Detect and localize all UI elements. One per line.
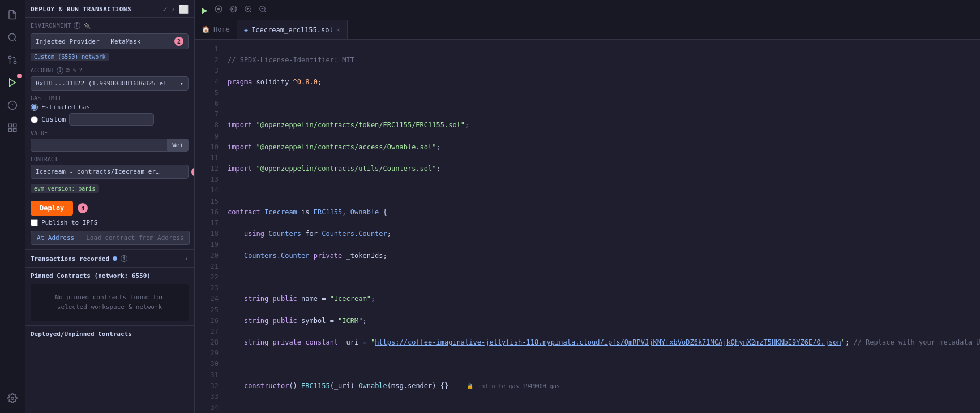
environment-badge: 2 xyxy=(174,37,183,46)
transactions-chevron-icon: › xyxy=(185,255,189,263)
expand-icon[interactable]: ⬜ xyxy=(179,5,189,14)
gas-label: GAS LIMIT xyxy=(31,95,189,101)
svg-point-2 xyxy=(14,61,16,64)
left-panel: DEPLOY & RUN TRANSACTIONS ✓ › ⬜ ENVIRONM… xyxy=(25,0,195,413)
file-icon: ◈ xyxy=(244,26,248,34)
line-numbers: 12345 678910 1112131415 1617181920 21222… xyxy=(195,40,223,413)
contract-label: CONTRACT xyxy=(31,156,189,162)
contract-dropdown[interactable]: Icecream - contracts/Icecream_erc115... … xyxy=(31,165,189,179)
environment-value: Injected Provider - MetaMask xyxy=(36,38,140,45)
pinned-contracts-title: Pinned Contracts (network: 6550) xyxy=(31,272,189,279)
home-tab-label: Home xyxy=(213,25,230,33)
publish-ipfs-checkbox[interactable] xyxy=(31,219,38,226)
environment-dropdown[interactable]: Injected Provider - MetaMask 2 xyxy=(31,33,189,49)
evm-badge: evm version: paris xyxy=(31,184,99,193)
network-badge: Custom (6550) network xyxy=(25,51,194,64)
question-icon[interactable]: ? xyxy=(79,67,83,74)
edit-icon[interactable]: ✎ xyxy=(72,67,76,74)
chevron-down-icon: ▾ xyxy=(179,80,183,87)
contract-section: CONTRACT Icecream - contracts/Icecream_e… xyxy=(25,154,194,183)
account-dropdown[interactable]: 0xEBF...31B22 (1.999803881686825 el ▾ xyxy=(31,76,189,91)
activity-debug[interactable] xyxy=(2,95,23,115)
evm-badge-container: evm version: paris xyxy=(25,183,194,201)
account-label: ACCOUNT i ⧉ ✎ ? xyxy=(31,67,189,74)
value-unit[interactable]: Wei xyxy=(168,139,189,152)
panel-title: DEPLOY & RUN TRANSACTIONS xyxy=(31,6,131,13)
activity-bar xyxy=(0,0,25,413)
contract-value: Icecream - contracts/Icecream_erc115... xyxy=(36,168,160,175)
account-section: ACCOUNT i ⧉ ✎ ? 0xEBF...31B22 (1.9998038… xyxy=(25,64,194,93)
top-toolbar: ▶ xyxy=(195,0,980,20)
transaction-dot xyxy=(113,256,117,261)
arrow-right-icon[interactable]: › xyxy=(171,5,176,14)
activity-deploy[interactable] xyxy=(2,72,23,93)
svg-line-17 xyxy=(250,11,251,12)
home-icon: 🏠 xyxy=(202,25,210,33)
tab-file[interactable]: ◈ Icecream_erc1155.sol ✕ xyxy=(237,20,348,39)
at-address-row: At Address Load contract from Address xyxy=(25,231,194,245)
svg-point-13 xyxy=(217,8,220,10)
network-plug-icon: 🔌 xyxy=(84,23,91,29)
activity-search[interactable] xyxy=(2,27,23,48)
camera-button[interactable] xyxy=(227,3,239,17)
account-info-icon[interactable]: i xyxy=(57,67,63,74)
tab-home[interactable]: 🏠 Home xyxy=(195,20,237,39)
copy-icon[interactable]: ⧉ xyxy=(66,67,70,74)
svg-marker-5 xyxy=(10,79,16,87)
load-contract-button[interactable]: Load contract from Address xyxy=(80,231,190,245)
code-editor: 12345 678910 1112131415 1617181920 21222… xyxy=(195,40,980,413)
activity-settings[interactable] xyxy=(2,388,23,408)
deployed-title: Deployed/Unpinned Contracts xyxy=(31,330,189,338)
activity-source-control[interactable] xyxy=(2,50,23,70)
code-content[interactable]: // SPDX-License-Identifier: MIT pragma s… xyxy=(223,40,980,413)
deploy-row: Deploy 4 xyxy=(25,201,194,216)
svg-point-0 xyxy=(8,33,15,40)
svg-point-3 xyxy=(8,56,11,59)
custom-gas-row: Custom 3000000 xyxy=(31,113,189,126)
custom-gas-input[interactable]: 3000000 xyxy=(69,113,154,126)
svg-rect-9 xyxy=(14,124,16,127)
environment-info-icon[interactable]: i xyxy=(74,22,80,29)
pinned-contracts-section: Pinned Contracts (network: 6550) No pinn… xyxy=(25,267,194,325)
value-input[interactable]: 0 xyxy=(31,139,168,152)
estimated-gas-row: Estimated Gas xyxy=(31,104,189,111)
deploy-badge: 4 xyxy=(78,203,88,213)
transactions-section: Transactions recorded i › xyxy=(25,249,194,267)
zoom-out-button[interactable] xyxy=(256,3,269,17)
file-tab-label: Icecream_erc1155.sol xyxy=(251,26,333,34)
tab-close-icon[interactable]: ✕ xyxy=(337,27,340,33)
custom-gas-radio[interactable] xyxy=(31,116,38,123)
account-icons: ⧉ ✎ ? xyxy=(66,67,82,74)
svg-rect-10 xyxy=(14,129,16,132)
value-label: VALUE xyxy=(31,130,189,136)
debug-button[interactable] xyxy=(212,3,225,17)
checkmark-icon[interactable]: ✓ xyxy=(162,5,167,14)
transactions-info-icon[interactable]: i xyxy=(121,255,127,262)
transactions-header[interactable]: Transactions recorded i › xyxy=(31,255,189,263)
publish-ipfs-label: Publish to IPFS xyxy=(41,219,97,226)
tabs-bar: 🏠 Home ◈ Icecream_erc1155.sol ✕ xyxy=(195,20,980,40)
at-address-button[interactable]: At Address xyxy=(31,231,80,245)
account-value: 0xEBF...31B22 (1.999803881686825 el xyxy=(36,80,167,87)
zoom-in-button[interactable] xyxy=(242,3,254,17)
svg-line-21 xyxy=(264,11,266,12)
activity-extensions[interactable] xyxy=(2,118,23,138)
value-row: 0 Wei xyxy=(31,139,189,152)
publish-row: Publish to IPFS xyxy=(25,219,194,226)
transactions-title: Transactions recorded i xyxy=(31,255,127,263)
custom-gas-label: Custom xyxy=(41,115,66,123)
svg-point-14 xyxy=(232,8,234,10)
deploy-button[interactable]: Deploy xyxy=(31,201,73,216)
activity-files[interactable] xyxy=(2,5,23,25)
panel-header: DEPLOY & RUN TRANSACTIONS ✓ › ⬜ xyxy=(25,0,194,18)
deployed-section: Deployed/Unpinned Contracts xyxy=(25,325,194,342)
run-button[interactable]: ▶ xyxy=(199,3,210,17)
estimated-gas-label: Estimated Gas xyxy=(41,104,90,111)
svg-rect-11 xyxy=(8,129,11,132)
gas-section: GAS LIMIT Estimated Gas Custom 3000000 xyxy=(25,93,194,128)
pinned-contracts-empty: No pinned contracts found for selected w… xyxy=(31,284,189,321)
environment-label: ENVIRONMENT i 🔌 xyxy=(25,18,194,31)
value-section: VALUE 0 Wei xyxy=(25,128,194,154)
panel-icons: ✓ › ⬜ xyxy=(162,5,189,14)
estimated-gas-radio[interactable] xyxy=(31,104,38,111)
